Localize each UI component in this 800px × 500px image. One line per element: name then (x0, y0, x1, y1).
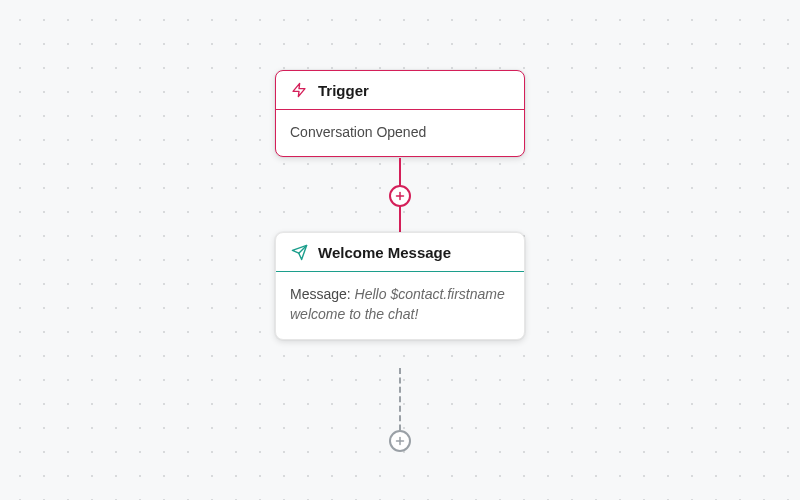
trigger-node[interactable]: Trigger Conversation Opened (275, 70, 525, 157)
add-step-button[interactable] (389, 185, 411, 207)
trigger-node-title: Trigger (318, 82, 369, 99)
message-label: Message: (290, 286, 351, 302)
lightning-icon (290, 81, 308, 99)
welcome-message-node-header: Welcome Message (276, 233, 524, 272)
send-icon (290, 243, 308, 261)
trigger-node-body: Conversation Opened (276, 110, 524, 156)
trigger-node-header: Trigger (276, 71, 524, 110)
welcome-message-node[interactable]: Welcome Message Message: Hello $contact.… (275, 232, 525, 340)
welcome-message-node-body: Message: Hello $contact.firstname welcom… (276, 272, 524, 339)
flow-canvas[interactable]: Trigger Conversation Opened Welcome Mess… (0, 0, 800, 500)
svg-marker-0 (293, 83, 305, 96)
welcome-message-node-title: Welcome Message (318, 244, 451, 261)
add-step-end-button[interactable] (389, 430, 411, 452)
